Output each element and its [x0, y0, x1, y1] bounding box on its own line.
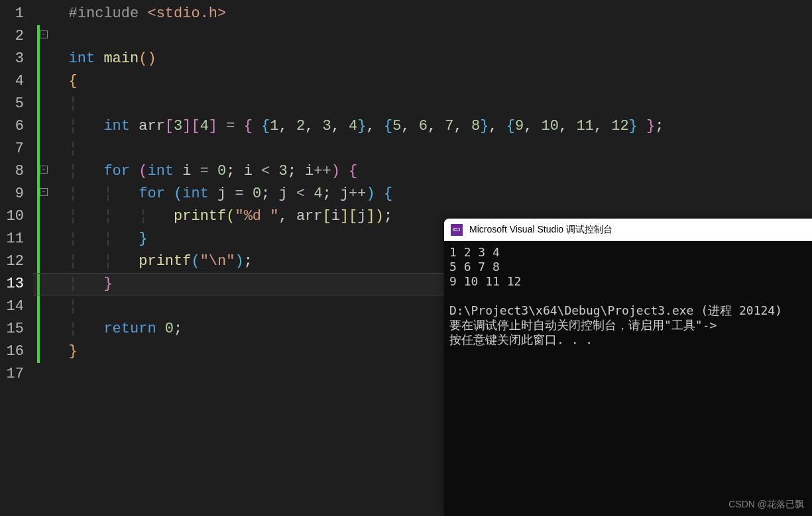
console-body[interactable]: 1 2 3 4 5 6 7 8 9 10 11 12 D:\Project3\x… — [444, 241, 812, 516]
console-path-line: D:\Project3\x64\Debug\Project3.exe (进程 2… — [449, 303, 782, 317]
console-close-line: 按任意键关闭此窗口. . . — [449, 333, 593, 346]
code-line: ¦ for (int i = 0; i < 3; i++) { — [33, 160, 812, 183]
console-window[interactable]: C:\ Microsoft Visual Studio 调试控制台 1 2 3 … — [444, 219, 812, 516]
line-number: 6 — [0, 115, 24, 138]
line-number: 14 — [0, 295, 24, 318]
console-output-line: 5 6 7 8 — [449, 260, 500, 274]
code-line: ¦ int arr[3][4] = { {1, 2, 3, 4}, {5, 6,… — [33, 115, 812, 138]
code-line: #include <stdio.h> — [33, 3, 812, 25]
watermark: CSDN @花落已飘 — [728, 499, 804, 511]
line-number: 17 — [0, 363, 24, 386]
line-number: 16 — [0, 340, 24, 363]
line-gutter: 1 2 3 4 5 6 7 8 9 10 11 12 13 14 15 16 1… — [0, 0, 33, 516]
line-number: 5 — [0, 93, 24, 115]
line-number: 3 — [0, 48, 24, 70]
code-line: ¦ ¦ for (int j = 0; j < 4; j++) { — [33, 183, 812, 205]
line-number: 15 — [0, 318, 24, 340]
console-title: Microsoft Visual Studio 调试控制台 — [469, 224, 612, 236]
line-number: 9 — [0, 183, 24, 205]
line-number: 2 — [0, 25, 24, 48]
code-line: int main() — [33, 48, 812, 70]
code-line: { — [33, 70, 812, 93]
console-titlebar[interactable]: C:\ Microsoft Visual Studio 调试控制台 — [444, 219, 812, 241]
console-output-line: 1 2 3 4 — [449, 245, 500, 259]
code-line: ¦ — [33, 138, 812, 160]
line-number: 11 — [0, 228, 24, 250]
line-number: 12 — [0, 250, 24, 273]
line-number: 1 — [0, 3, 24, 25]
console-hint-line: 要在调试停止时自动关闭控制台，请启用"工具"-> — [449, 318, 717, 332]
line-number: 7 — [0, 138, 24, 160]
console-output-line: 9 10 11 12 — [449, 274, 521, 288]
line-number-current: 13 — [0, 273, 24, 295]
line-number: 10 — [0, 205, 24, 228]
line-number: 8 — [0, 160, 24, 183]
code-line: ¦ — [33, 93, 812, 115]
line-number: 4 — [0, 70, 24, 93]
code-line — [33, 25, 812, 48]
preproc-include: #include — [69, 5, 139, 22]
vs-console-icon: C:\ — [451, 224, 463, 236]
